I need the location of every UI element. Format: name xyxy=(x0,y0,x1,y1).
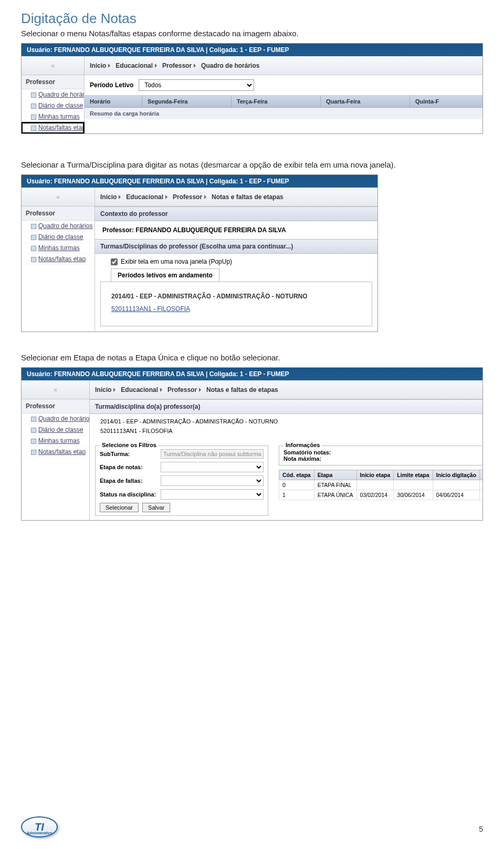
table-row[interactable]: 0 ETAPA FINAL Não xyxy=(279,480,484,490)
table-row[interactable]: 1 ETAPA ÚNICA 03/02/2014 30/06/2014 04/0… xyxy=(279,490,484,500)
sidebar-nav: Quadro de horários Diário de classe Minh… xyxy=(22,221,94,265)
screenshot-2: Usuário: FERNANDO ALBUQUERQUE FERREIRA D… xyxy=(21,174,378,332)
sidebar-item-notas-faltas[interactable]: Notas/faltas etap xyxy=(22,447,89,458)
col-limite-digitacao: Limite digitação xyxy=(480,470,483,480)
clock-icon xyxy=(31,92,36,98)
sidebar-item-quadro[interactable]: Quadro de horários xyxy=(22,221,94,232)
ti-logo-icon: TI Administrativo xyxy=(21,816,58,837)
list-icon xyxy=(31,257,36,262)
resumo-carga: Resumo da carga horária xyxy=(85,108,482,119)
user-bar: Usuário: FERNANDO ALBUQUERQUE FERREIRA D… xyxy=(22,175,377,188)
panel-turmas-header: Turmas/Disciplinas do professor (Escolha… xyxy=(95,239,377,254)
informacoes-fieldset: Informações Somatório notas: Nota máxima… xyxy=(279,446,483,465)
informacoes-legend: Informações xyxy=(284,442,322,448)
etapas-table: Cód. etapa Etapa Início etapa Limite eta… xyxy=(279,470,483,500)
clock-icon xyxy=(31,417,36,422)
sidebar-item-diario[interactable]: Diário de classe xyxy=(22,232,94,243)
popup-checkbox-label: Exibir tela em uma nova janela (PopUp) xyxy=(121,258,232,265)
clock-icon xyxy=(31,224,36,229)
col-horario: Horário xyxy=(85,96,142,107)
crumb-inicio[interactable]: Início xyxy=(90,62,110,69)
sidebar-item-notas-faltas[interactable]: Notas/faltas etap xyxy=(22,254,94,265)
sidebar-item-turmas[interactable]: Minhas turmas xyxy=(22,436,89,447)
page-number: 5 xyxy=(479,825,483,833)
collapse-arrows[interactable]: « xyxy=(22,380,89,399)
sidebar-title: Professor xyxy=(22,399,89,413)
col-inicio-etapa: Início etapa xyxy=(356,470,394,480)
periodo-select[interactable]: Todos xyxy=(139,79,254,91)
crumb-professor[interactable]: Professor xyxy=(162,62,196,69)
user-bar: Usuário: FERNANDO ALBUQUERQUE FERREIRA D… xyxy=(22,44,482,56)
footer-logo: TI Administrativo xyxy=(21,816,58,837)
popup-checkbox[interactable] xyxy=(111,258,118,265)
salvar-button[interactable]: Salvar xyxy=(142,503,170,512)
book-icon xyxy=(31,103,36,109)
col-limite-etapa: Limite etapa xyxy=(394,470,433,480)
instruction-2: Selecionar a Turma/Disciplina para digit… xyxy=(21,160,483,169)
selecionar-button[interactable]: Selecionar xyxy=(100,503,139,512)
panel-contexto-header: Contexto do professor xyxy=(95,206,377,221)
sidebar-item-notas-faltas[interactable]: Notas/faltas etapas xyxy=(22,122,84,133)
lbl-etapa-notas: Etapa de notas: xyxy=(100,464,158,470)
col-ter: Terça-Feira xyxy=(232,96,321,107)
crumb-professor[interactable]: Professor xyxy=(173,193,206,201)
crumb-professor[interactable]: Professor xyxy=(167,386,201,394)
turma-line-2: 52011113AN1 - FILOSOFIA xyxy=(96,427,282,435)
collapse-arrows[interactable]: « xyxy=(22,188,94,206)
turma-row: 2014/01 - EEP - ADMINISTRAÇÃO - ADMINIST… xyxy=(111,289,361,303)
page-title: Digitação de Notas xyxy=(21,11,483,27)
select-status[interactable] xyxy=(161,489,264,500)
input-subturma xyxy=(161,449,264,459)
screenshot-3: Usuário: FERNANDO ALBUQUERQUE FERREIRA D… xyxy=(21,367,483,521)
lbl-etapa-faltas: Etapa de faltas: xyxy=(100,478,158,484)
crumb-quadro: Quadro de horários xyxy=(201,62,259,69)
col-cod-etapa: Cód. etapa xyxy=(279,470,314,480)
col-etapa: Etapa xyxy=(314,470,356,480)
breadcrumb: Início Educacional Professor Notas e fal… xyxy=(95,188,377,206)
periodo-label: Período Letivo xyxy=(90,81,133,89)
instruction-3: Selecionar em Etapa de notas a Etapa Úni… xyxy=(21,353,483,362)
book-icon xyxy=(31,428,36,433)
lbl-subturma: SubTurma: xyxy=(100,451,158,457)
info-somatorio: Somatório notas: xyxy=(284,449,483,455)
professor-line: Professor: FERNANDO ALBUQUERQUE FERREIRA… xyxy=(95,221,377,239)
select-etapa-faltas[interactable] xyxy=(161,475,264,486)
screenshot-1: Usuário: FERNANDO ALBUQUERQUE FERREIRA D… xyxy=(21,43,483,134)
col-inicio-digitacao: Início digitação xyxy=(433,470,479,480)
sidebar-item-quadro[interactable]: Quadro de horári xyxy=(22,89,84,100)
crumb-educacional[interactable]: Educacional xyxy=(116,62,157,69)
col-qui: Quinta-F xyxy=(410,96,482,107)
crumb-educacional[interactable]: Educacional xyxy=(121,386,162,394)
sidebar-item-turmas[interactable]: Minhas turmas xyxy=(22,243,94,254)
sidebar-item-quadro[interactable]: Quadro de horários xyxy=(22,413,89,424)
breadcrumb: Início Educacional Professor Quadro de h… xyxy=(85,56,482,75)
select-etapa-notas[interactable] xyxy=(161,462,264,472)
filtros-legend: Selecione os Filtros xyxy=(100,442,159,448)
sidebar-nav: Quadro de horários Diário de classe Minh… xyxy=(22,413,89,458)
user-bar: Usuário: FERNANDO ALBUQUERQUE FERREIRA D… xyxy=(22,368,482,380)
tab-body: 2014/01 - EEP - ADMINISTRAÇÃO - ADMINIST… xyxy=(100,282,372,326)
crumb-inicio[interactable]: Início xyxy=(95,386,116,394)
col-seg: Segunda-Feira xyxy=(142,96,232,107)
people-icon xyxy=(31,439,36,444)
sidebar-item-diario[interactable]: Diário de classe xyxy=(22,424,89,436)
tab-periodos-andamento[interactable]: Períodos letivos em andamento xyxy=(111,268,219,282)
breadcrumb: Início Educacional Professor Notas e fal… xyxy=(90,380,483,399)
turma-line-1: 2014/01 - EEP - ADMINISTRAÇÃO - ADMINIST… xyxy=(96,417,282,426)
schedule-header: Horário Segunda-Feira Terça-Feira Quarta… xyxy=(85,96,482,108)
disciplina-link[interactable]: 52011113AN1 - FILOSOFIA xyxy=(111,303,361,318)
list-icon xyxy=(31,126,36,131)
collapse-arrows[interactable]: « xyxy=(22,56,84,75)
sidebar-item-turmas[interactable]: Minhas turmas xyxy=(22,111,84,122)
sidebar-title: Professor xyxy=(22,75,84,89)
turma-info-table: 2014/01 - EEP - ADMINISTRAÇÃO - ADMINIST… xyxy=(95,416,283,436)
instruction-1: Selecionar o menu Notas/faltas etapas co… xyxy=(21,29,483,38)
sidebar-title: Professor xyxy=(22,206,94,221)
crumb-educacional[interactable]: Educacional xyxy=(126,193,167,201)
panel-turma-disciplina-header: Turma/disciplina do(a) professor(a) xyxy=(90,399,483,414)
col-qua: Quarta-Feira xyxy=(321,96,410,107)
list-icon xyxy=(31,450,36,455)
crumb-inicio[interactable]: Início xyxy=(100,193,121,201)
crumb-notas-faltas: Notas e faltas de etapas xyxy=(206,386,278,394)
sidebar-item-diario[interactable]: Diário de classe xyxy=(22,100,84,111)
